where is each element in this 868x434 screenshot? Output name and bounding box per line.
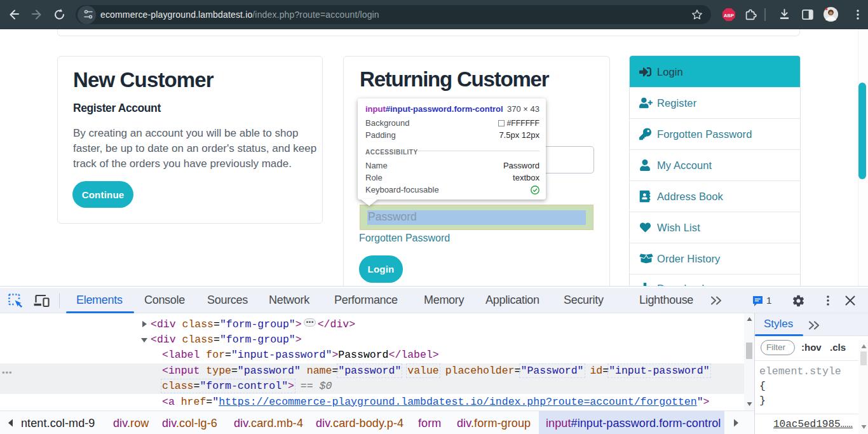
svg-text:ABP: ABP — [724, 13, 734, 18]
